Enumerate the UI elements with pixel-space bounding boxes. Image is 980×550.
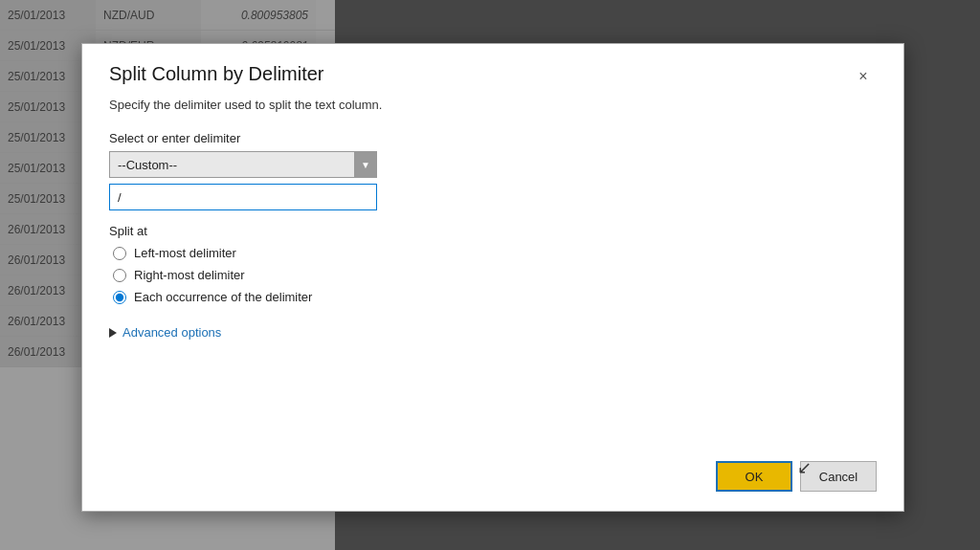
radio-right-most-label: Right-most delimiter — [134, 268, 245, 282]
radio-left-most-label: Left-most delimiter — [134, 246, 236, 260]
delimiter-select[interactable]: --Custom-- — [109, 151, 377, 178]
radio-each-occurrence[interactable]: Each occurrence of the delimiter — [113, 290, 877, 304]
split-column-dialog: Split Column by Delimiter × Specify the … — [81, 43, 904, 512]
radio-left-most[interactable]: Left-most delimiter — [113, 246, 877, 260]
delimiter-input[interactable] — [109, 184, 377, 210]
radio-each-occurrence-label: Each occurrence of the delimiter — [134, 290, 312, 304]
dialog-header: Split Column by Delimiter × — [109, 63, 877, 90]
advanced-options-label: Advanced options — [122, 325, 221, 340]
delimiter-section: Select or enter delimiter --Custom-- ▼ — [109, 131, 877, 210]
dialog-title: Split Column by Delimiter — [109, 63, 324, 85]
dialog-footer: OK Cancel — [716, 461, 877, 492]
radio-left-most-input[interactable] — [113, 247, 126, 260]
radio-right-most[interactable]: Right-most delimiter — [113, 268, 877, 282]
triangle-expand-icon — [109, 328, 117, 338]
radio-each-occurrence-input[interactable] — [113, 291, 126, 304]
close-button[interactable]: × — [850, 63, 877, 90]
ok-button[interactable]: OK — [716, 461, 792, 492]
delimiter-select-wrapper: --Custom-- ▼ — [109, 151, 377, 178]
radio-group: Left-most delimiter Right-most delimiter… — [109, 246, 877, 304]
radio-right-most-input[interactable] — [113, 269, 126, 282]
split-at-label: Split at — [109, 224, 877, 238]
dialog-subtitle: Specify the delimiter used to split the … — [109, 98, 877, 112]
split-at-section: Split at Left-most delimiter Right-most … — [109, 224, 877, 304]
cancel-button[interactable]: Cancel — [800, 461, 877, 492]
advanced-options-section[interactable]: Advanced options — [109, 325, 877, 340]
delimiter-label: Select or enter delimiter — [109, 131, 877, 145]
